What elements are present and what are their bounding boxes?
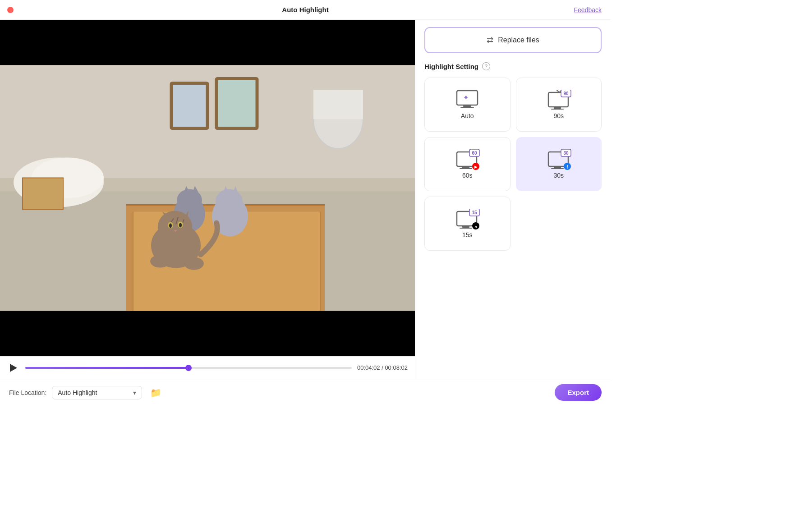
90s-icon: 90 [547,90,570,108]
svg-text:⌖: ⌖ [464,94,468,101]
svg-text:d: d [475,225,477,229]
folder-icon: 📁 [150,387,161,398]
app-header: Auto Highlight Feedback [0,0,611,20]
svg-rect-50 [460,168,472,169]
file-location-label: File Location: [9,389,46,396]
svg-rect-9 [23,178,63,210]
progress-thumb[interactable] [185,365,192,371]
setting-grid: ⌖ Auto [424,78,602,251]
setting-card-60s[interactable]: 60 ▶ 60s [424,137,510,191]
help-icon[interactable]: ? [482,62,490,70]
folder-button[interactable]: 📁 [147,385,164,401]
svg-text:30: 30 [563,151,569,156]
total-time: 00:08:02 [385,364,408,371]
30s-label: 30s [553,172,564,179]
svg-rect-49 [462,166,469,168]
file-location-select[interactable]: Auto Highlight ▾ [52,386,142,399]
svg-rect-42 [554,107,561,109]
30s-icon: 30 f [547,149,570,167]
progress-fill [25,367,189,369]
right-panel: ⇄ Replace files Highlight Setting ? ⌖ [415,20,611,379]
app-title: Auto Highlight [282,6,328,14]
bottom-bar: File Location: Auto Highlight ▾ 📁 Export [0,379,611,406]
video-controls: 00:04:02 / 00:08:02 [0,356,415,379]
15s-label: 15s [462,231,473,238]
svg-rect-39 [460,107,474,108]
replace-icon: ⇄ [487,35,493,45]
video-section: 00:04:02 / 00:08:02 [0,20,415,379]
replace-files-button[interactable]: ⇄ Replace files [424,27,602,53]
60s-icon: 60 ▶ [456,149,478,167]
video-container [0,20,415,356]
letterbox-top [0,20,415,54]
auto-label: Auto [461,112,474,119]
letterbox-bottom [0,322,415,356]
file-location-value: Auto Highlight [58,389,97,396]
highlight-setting-header: Highlight Setting ? [424,62,602,70]
svg-text:▶: ▶ [474,165,478,169]
svg-text:60: 60 [472,151,478,156]
help-icon-label: ? [485,64,487,69]
setting-card-30s[interactable]: 30 f 30s [516,137,602,191]
chevron-down-icon: ▾ [133,389,136,396]
progress-bar[interactable] [25,367,352,369]
video-placeholder [0,20,415,356]
highlight-setting-title: Highlight Setting [424,63,478,70]
svg-point-32 [169,224,172,228]
export-button[interactable]: Export [555,384,602,401]
setting-card-90s[interactable]: 90 90s [516,78,602,132]
svg-rect-63 [462,226,469,228]
svg-rect-64 [460,228,472,229]
svg-rect-6 [313,90,363,119]
close-button[interactable] [7,7,14,13]
svg-rect-43 [551,109,564,110]
setting-card-auto[interactable]: ⌖ Auto [424,78,510,132]
time-display: 00:04:02 / 00:08:02 [357,364,408,371]
main-content: 00:04:02 / 00:08:02 ⇄ Replace files High… [0,20,611,379]
90s-label: 90s [553,112,564,119]
svg-text:90: 90 [563,91,569,96]
feedback-link[interactable]: Feedback [574,6,602,14]
15s-icon: 15 d [456,209,478,227]
video-scene [0,54,415,322]
replace-files-label: Replace files [498,36,539,44]
60s-label: 60s [462,172,473,179]
svg-rect-4 [171,83,207,128]
current-time: 00:04:02 [357,364,380,371]
setting-card-15s[interactable]: 15 d 15s [424,197,510,251]
svg-point-16 [177,189,202,212]
play-icon [10,364,17,372]
svg-rect-3 [216,79,257,128]
svg-text:15: 15 [472,210,478,215]
play-button[interactable] [7,362,20,374]
svg-point-36 [184,257,204,270]
svg-point-35 [150,255,170,268]
auto-icon: ⌖ [456,90,478,108]
svg-rect-57 [551,168,564,169]
svg-point-33 [179,223,182,228]
svg-rect-56 [554,166,561,168]
svg-rect-38 [463,105,471,107]
